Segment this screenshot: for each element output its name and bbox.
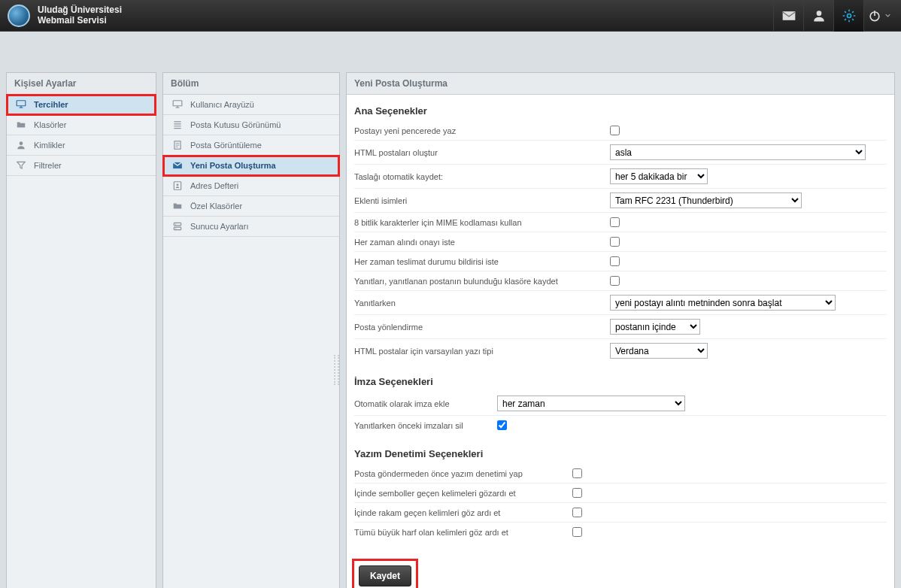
form-label: İçinde semboller geçen kelimeleri gözard… bbox=[354, 489, 572, 498]
svg-rect-15 bbox=[174, 223, 181, 226]
panel-title: Yeni Posta Oluşturma bbox=[347, 73, 894, 95]
section-item-adres-defteri[interactable]: Adres Defteri bbox=[163, 176, 339, 196]
panel-title: Kişisel Ayarlar bbox=[7, 73, 156, 95]
checkbox-input[interactable] bbox=[572, 468, 582, 478]
toolbar-logout-button[interactable] bbox=[863, 0, 893, 32]
form-control bbox=[572, 487, 582, 499]
power-icon bbox=[867, 8, 882, 23]
form-control: her zaman bbox=[497, 396, 685, 411]
list-item-label: Adres Defteri bbox=[190, 181, 238, 190]
form-control bbox=[572, 507, 582, 518]
settings-item-kimlikler[interactable]: Kimlikler bbox=[7, 135, 156, 156]
spell-options: Posta göndermeden önce yazım denetimi ya… bbox=[354, 464, 887, 550]
settings-item-tercihler[interactable]: Tercihler bbox=[7, 95, 156, 115]
form-row: Posta yönlendirmepostanın içinde bbox=[354, 314, 887, 338]
topbar: Uludağ ÜniversitesiWebmail Servisi bbox=[0, 0, 901, 32]
form-row: Her zaman alındı onayı iste bbox=[354, 232, 887, 251]
form-row: HTML postalar için varsayılan yazı tipiV… bbox=[354, 338, 887, 362]
settings-item-klas-rler[interactable]: Klasörler bbox=[7, 115, 156, 135]
svg-point-14 bbox=[177, 183, 179, 186]
form-row: Yanıtlarkenyeni postayı alıntı metninden… bbox=[354, 290, 887, 314]
section-panel: Bölüm Kullanıcı ArayüzüPosta Kutusu Görü… bbox=[162, 72, 340, 588]
page-icon bbox=[171, 140, 184, 150]
section-list: Kullanıcı ArayüzüPosta Kutusu GörünümüPo… bbox=[163, 95, 339, 237]
save-button-highlight: Kaydet bbox=[354, 561, 416, 588]
monitor-icon bbox=[171, 99, 184, 110]
form-control: Verdana bbox=[610, 343, 708, 359]
form-label: Posta yönlendirme bbox=[354, 323, 610, 332]
form-label: HTML postaları oluştur bbox=[354, 148, 610, 157]
form-row: Otomatik olarak imza ekleher zaman bbox=[354, 392, 887, 415]
svg-rect-8 bbox=[173, 101, 182, 106]
checkbox-input[interactable] bbox=[610, 237, 620, 247]
svg-point-0 bbox=[816, 11, 821, 16]
form-row: Her zaman teslimat durumu bildirisi iste bbox=[354, 251, 887, 271]
section-item-sunucu-ayarlar-[interactable]: Sunucu Ayarları bbox=[163, 217, 339, 237]
checkbox-input[interactable] bbox=[572, 488, 582, 498]
checkbox-input[interactable] bbox=[572, 527, 582, 537]
section-item--zel-klas-rler[interactable]: Özel Klasörler bbox=[163, 196, 339, 217]
preferences-form: Yeni Posta Oluşturma Ana SeçeneklerPosta… bbox=[346, 72, 895, 588]
toolbar-user-button[interactable] bbox=[803, 0, 833, 32]
form-control bbox=[610, 236, 620, 247]
svg-point-17 bbox=[175, 224, 176, 225]
svg-point-7 bbox=[20, 141, 23, 145]
form-label: Otomatik olarak imza ekle bbox=[354, 399, 497, 408]
form-control: asla bbox=[610, 144, 866, 160]
gear-icon bbox=[842, 8, 857, 23]
select-input[interactable]: her 5 dakikada bir bbox=[610, 168, 708, 184]
user-icon bbox=[14, 140, 28, 150]
fieldset-title: İmza Seçenekleri bbox=[354, 376, 887, 387]
server-icon bbox=[171, 221, 184, 232]
list-item-label: Özel Klasörler bbox=[190, 202, 242, 211]
folder-icon bbox=[14, 120, 28, 130]
form-control: postanın içinde bbox=[610, 319, 700, 335]
select-input[interactable]: her zaman bbox=[497, 396, 685, 411]
splitter-handle[interactable] bbox=[334, 355, 339, 385]
form-control bbox=[572, 526, 582, 538]
monitor-icon bbox=[14, 99, 28, 110]
form-row: İçinde rakam geçen kelimleri göz ardı et bbox=[354, 502, 887, 522]
form-row: HTML postaları oluşturasla bbox=[354, 140, 887, 164]
addressbook-icon bbox=[171, 180, 184, 191]
select-input[interactable]: Tam RFC 2231 (Thunderbird) bbox=[610, 192, 802, 208]
form-row: Yanıtları, yanıtlanan postanın bulunduğu… bbox=[354, 271, 887, 290]
select-input[interactable]: asla bbox=[610, 144, 866, 160]
checkbox-input[interactable] bbox=[610, 256, 620, 266]
list-item-label: Posta Görüntüleme bbox=[190, 141, 262, 150]
checkbox-input[interactable] bbox=[497, 420, 507, 430]
list-item-label: Sunucu Ayarları bbox=[190, 222, 248, 231]
form-label: 8 bitlik karakterler için MIME kodlaması… bbox=[354, 218, 610, 227]
checkbox-input[interactable] bbox=[610, 126, 620, 135]
form-control bbox=[572, 468, 582, 479]
form-label: Eklenti isimleri bbox=[354, 196, 610, 205]
section-item-kullan-c-aray-z-[interactable]: Kullanıcı Arayüzü bbox=[163, 95, 339, 115]
settings-item-filtreler[interactable]: Filtreler bbox=[7, 156, 156, 176]
form-row: Postayı yeni pencerede yaz bbox=[354, 121, 887, 140]
form-row: Posta göndermeden önce yazım denetimi ya… bbox=[354, 464, 887, 483]
form-control: her 5 dakikada bir bbox=[610, 168, 708, 184]
section-item-posta-kutusu-g-r-n-m-[interactable]: Posta Kutusu Görünümü bbox=[163, 115, 339, 135]
checkbox-input[interactable] bbox=[610, 276, 620, 286]
form-control: Tam RFC 2231 (Thunderbird) bbox=[610, 192, 802, 208]
fieldset-title: Yazım Denetimi Seçenekleri bbox=[354, 448, 887, 459]
panel-title: Bölüm bbox=[163, 73, 339, 95]
select-input[interactable]: postanın içinde bbox=[610, 319, 700, 335]
svg-rect-4 bbox=[17, 101, 26, 106]
form-row: Eklenti isimleriTam RFC 2231 (Thunderbir… bbox=[354, 188, 887, 212]
select-input[interactable]: Verdana bbox=[610, 343, 708, 359]
list-item-label: Posta Kutusu Görünümü bbox=[190, 120, 281, 129]
toolbar-settings-button[interactable] bbox=[833, 0, 863, 32]
workspace: Kişisel Ayarlar TercihlerKlasörlerKimlik… bbox=[0, 32, 901, 588]
toolbar-mail-button[interactable] bbox=[773, 0, 803, 32]
checkbox-input[interactable] bbox=[572, 508, 582, 517]
section-item-posta-g-r-nt-leme[interactable]: Posta Görüntüleme bbox=[163, 135, 339, 156]
form-control: yeni postayı alıntı metninden sonra başl… bbox=[610, 295, 836, 311]
list-item-label: Tercihler bbox=[34, 100, 68, 109]
save-button[interactable]: Kaydet bbox=[359, 565, 411, 586]
select-input[interactable]: yeni postayı alıntı metninden sonra başl… bbox=[610, 295, 836, 311]
checkbox-input[interactable] bbox=[610, 217, 620, 227]
toolbar bbox=[773, 0, 893, 32]
svg-rect-16 bbox=[174, 227, 181, 230]
section-item-yeni-posta-olu-turma[interactable]: Yeni Posta Oluşturma bbox=[163, 156, 339, 176]
